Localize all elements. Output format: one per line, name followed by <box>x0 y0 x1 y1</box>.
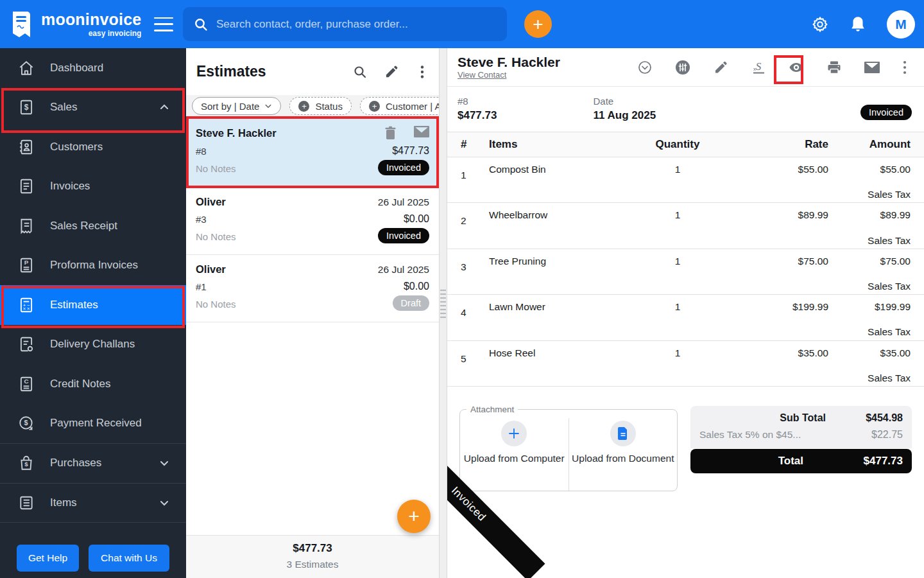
item-name: Wheelbarrow <box>483 209 623 229</box>
home-icon <box>18 60 35 76</box>
sidebar-item-label: Purchases <box>50 457 101 469</box>
sidebar-item-dashboard[interactable]: Dashboard <box>0 48 186 88</box>
tax-label: Sales Tax 5% on $45... <box>699 429 832 441</box>
sidebar-item-sales[interactable]: $ Sales <box>0 88 186 128</box>
sidebar-item-sales-receipt[interactable]: Sales Receipt <box>0 206 186 246</box>
logo-title: mooninvoice <box>41 12 141 28</box>
row-number: 4 <box>461 301 483 320</box>
item-quantity: 1 <box>623 347 732 367</box>
sidebar-item-delivery-challans[interactable]: Delivery Challans <box>0 325 186 365</box>
totals-summary: Sub Total $454.98 Sales Tax 5% on $45...… <box>690 406 912 473</box>
edit-pencil-icon[interactable] <box>713 60 728 75</box>
sidebar-item-payment-received[interactable]: $ Payment Received <box>0 404 186 444</box>
sidebar-item-label: Items <box>50 496 77 509</box>
payment-received-icon: $ <box>18 415 35 432</box>
chat-with-us-button[interactable]: Chat with Us <box>89 545 169 572</box>
status-badge: Invoiced <box>378 228 429 243</box>
subtotal-value: $454.98 <box>832 412 903 424</box>
sidebar-item-customers[interactable]: Customers <box>0 127 186 167</box>
sort-by-chip[interactable]: Sort by | Date <box>192 97 281 115</box>
settings-gear-icon[interactable] <box>811 15 829 33</box>
detail-number: #8 <box>458 96 497 107</box>
col-quantity: Quantity <box>623 138 732 151</box>
detail-amount: $477.73 <box>458 109 497 122</box>
sidebar-item-label: Customers <box>50 141 103 153</box>
col-items: Items <box>483 138 623 151</box>
get-help-button[interactable]: Get Help <box>17 545 79 572</box>
history-status-icon[interactable] <box>637 60 653 75</box>
create-new-button[interactable]: + <box>524 10 552 38</box>
global-search[interactable] <box>183 7 507 41</box>
sidebar-item-label: Payment Received <box>50 417 142 430</box>
panel-title: Estimates <box>196 63 266 80</box>
sidebar-item-label: Invoices <box>50 180 90 193</box>
more-options-icon[interactable] <box>902 60 907 75</box>
edit-pencil-icon[interactable] <box>384 64 399 79</box>
sidebar-divider <box>0 522 186 523</box>
item-quantity: 1 <box>623 164 732 183</box>
search-icon <box>193 17 209 32</box>
drag-dots-icon <box>440 289 446 319</box>
upload-from-document-button[interactable]: Upload from Document <box>569 418 678 491</box>
document-icon <box>617 427 629 440</box>
sales-document-icon: $ <box>18 99 35 116</box>
signature-icon[interactable]: Sx <box>751 60 766 75</box>
status-filter-chip[interactable]: + Status <box>289 97 352 115</box>
sidebar-item-credit-notes[interactable]: C Credit Notes <box>0 364 186 404</box>
notifications-bell-icon[interactable] <box>850 15 866 33</box>
estimate-list-item[interactable]: Oliver 26 Jul 2025 #3 $0.00 No Notes Inv… <box>186 188 439 255</box>
delivery-document-icon <box>18 336 35 353</box>
sidebar-item-label: Sales <box>50 101 78 114</box>
table-row: 5 Hose Reel 1 $35.00 $35.00 Sales Tax <box>447 341 924 387</box>
delete-trash-icon[interactable] <box>384 126 397 140</box>
sidebar-item-label: Sales Receipt <box>50 220 117 232</box>
adjustments-icon[interactable] <box>675 60 690 75</box>
items-list-icon <box>18 495 35 511</box>
table-row: 2 Wheelbarrow 1 $89.99 $89.99 Sales Tax <box>447 203 924 249</box>
print-icon[interactable] <box>826 60 842 75</box>
item-amount: $55.00 <box>828 164 911 183</box>
estimate-amount: $0.00 <box>404 213 429 225</box>
view-contact-link[interactable]: View Contact <box>458 70 560 80</box>
item-rate: $55.00 <box>732 164 828 183</box>
invoice-document-icon <box>18 178 35 195</box>
estimate-detail-panel: Steve F. Hackler View Contact Sx #8 $477… <box>447 48 924 578</box>
upload-from-computer-button[interactable]: Upload from Computer <box>460 418 569 491</box>
customer-filter-chip[interactable]: + Customer | A <box>360 97 439 115</box>
send-email-icon[interactable] <box>414 126 429 138</box>
app-logo[interactable]: mooninvoice easy invoicing <box>0 10 148 39</box>
estimate-list-item[interactable]: Oliver 26 Jul 2025 #1 $0.00 No Notes Dra… <box>186 255 439 322</box>
hamburger-menu-icon[interactable] <box>154 17 173 31</box>
search-input[interactable] <box>216 18 486 31</box>
item-tax: Sales Tax <box>828 281 911 294</box>
estimate-list-item[interactable]: Steve F. Hackler #8 $477.73 No Notes Inv… <box>186 118 439 188</box>
panel-resize-handle[interactable] <box>439 48 447 578</box>
item-quantity: 1 <box>623 256 732 275</box>
top-header: mooninvoice easy invoicing + M <box>0 0 924 48</box>
sidebar-item-estimates[interactable]: +−×× Estimates <box>0 285 186 325</box>
estimates-calculator-icon: +−×× <box>18 297 35 313</box>
svg-text:S: S <box>756 60 762 73</box>
sidebar-item-proforma-invoices[interactable]: P Proforma Invoices <box>0 246 186 286</box>
estimates-list-panel: Estimates Sort by | Date + Status + Cust… <box>186 48 439 578</box>
status-badge: Invoiced <box>378 160 429 175</box>
sidebar-item-invoices[interactable]: Invoices <box>0 167 186 207</box>
estimate-number-block: #8 $477.73 <box>458 96 497 132</box>
preview-eye-icon[interactable] <box>789 60 804 75</box>
add-estimate-button[interactable]: + <box>397 500 431 533</box>
item-name: Tree Pruning <box>483 256 623 275</box>
email-icon[interactable] <box>864 60 880 75</box>
status-badge: Draft <box>393 295 429 311</box>
sidebar-item-purchases[interactable]: $ Purchases <box>0 443 186 483</box>
chevron-up-icon <box>159 102 169 112</box>
user-avatar[interactable]: M <box>887 10 915 39</box>
filter-bar: Sort by | Date + Status + Customer | A <box>186 95 439 118</box>
list-search-icon[interactable] <box>352 64 368 80</box>
total-value: $477.73 <box>832 455 903 468</box>
sidebar-item-label: Estimates <box>50 299 98 311</box>
add-filter-icon: + <box>369 101 380 112</box>
attachment-section: Attachment Upload from Computer Upload f… <box>459 405 678 491</box>
table-row: 3 Tree Pruning 1 $75.00 $75.00 Sales Tax <box>447 249 924 295</box>
sidebar-item-items[interactable]: Items <box>0 483 186 523</box>
more-options-icon[interactable] <box>416 65 429 79</box>
